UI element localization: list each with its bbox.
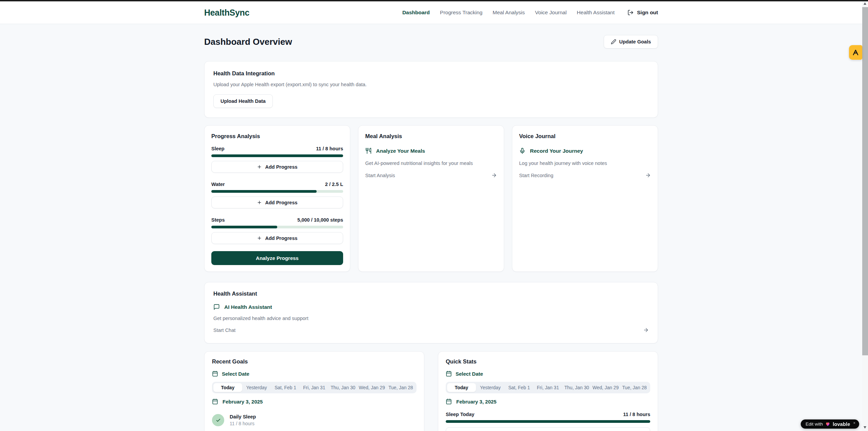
- lovable-badge[interactable]: Edit with lovable ×: [801, 419, 859, 429]
- upload-health-data-label: Upload Health Data: [220, 98, 266, 104]
- plus-icon: [257, 236, 262, 241]
- sleep-progress-bar: [211, 154, 343, 157]
- tab-wed-jan-29[interactable]: Wed, Jan 29: [357, 383, 386, 392]
- tab-thu-jan-30[interactable]: Thu, Jan 30: [562, 383, 591, 392]
- calendar-icon: [446, 371, 452, 377]
- goal-value: 11 / 8 hours: [230, 421, 256, 426]
- tab-yesterday[interactable]: Yesterday: [476, 383, 505, 392]
- water-progress-fill: [211, 190, 317, 193]
- quick-stats-title: Quick Stats: [446, 358, 650, 365]
- heart-icon: [825, 421, 830, 427]
- analyze-your-meals-link[interactable]: Analyze Your Meals: [365, 148, 497, 154]
- meal-analysis-title: Meal Analysis: [365, 133, 497, 139]
- nav-dashboard[interactable]: Dashboard: [402, 10, 430, 16]
- quick-stats-select-date[interactable]: Select Date: [446, 371, 650, 377]
- calendar-icon: [212, 398, 218, 405]
- tab-wed-jan-29[interactable]: Wed, Jan 29: [591, 383, 620, 392]
- add-progress-steps-button[interactable]: Add Progress: [211, 232, 343, 244]
- nav-meal-analysis[interactable]: Meal Analysis: [493, 10, 525, 16]
- chat-bubble-icon: [213, 304, 220, 310]
- health-assistant-card: Health Assistant AI Health Assistant Get…: [204, 282, 658, 343]
- tab-today[interactable]: Today: [213, 383, 242, 392]
- upload-health-data-button[interactable]: Upload Health Data: [213, 94, 273, 108]
- lovable-launcher-button[interactable]: [849, 45, 862, 60]
- ai-health-assistant-link[interactable]: AI Health Assistant: [213, 304, 649, 310]
- ai-health-assistant-label: AI Health Assistant: [224, 304, 272, 310]
- record-your-journey-label: Record Your Journey: [530, 148, 583, 154]
- tab-today[interactable]: Today: [447, 383, 476, 392]
- tab-fri-jan-31[interactable]: Fri, Jan 31: [533, 383, 562, 392]
- start-analysis-label: Start Analysis: [365, 173, 395, 178]
- plus-icon: [257, 164, 262, 169]
- page-title: Dashboard Overview: [204, 37, 292, 47]
- nav-voice-journal[interactable]: Voice Journal: [535, 10, 567, 16]
- start-chat-action[interactable]: Start Chat: [213, 327, 649, 333]
- plus-icon: [257, 200, 262, 205]
- lovable-launcher-icon: [852, 49, 859, 56]
- metric-steps: Steps 5,000 / 10,000 steps Add Progress: [211, 217, 343, 244]
- recent-goals-date-tabs: Today Yesterday Sat, Feb 1 Fri, Jan 31 T…: [212, 382, 417, 393]
- select-date-label: Select Date: [456, 371, 483, 377]
- analyze-progress-button[interactable]: Analyze Progress: [211, 251, 343, 265]
- nav-health-assistant[interactable]: Health Assistant: [577, 10, 615, 16]
- pencil-icon: [611, 39, 616, 44]
- integration-title: Health Data Integration: [213, 70, 649, 77]
- progress-analysis-title: Progress Analysis: [211, 133, 343, 139]
- add-progress-label: Add Progress: [265, 200, 297, 205]
- main-nav: Dashboard Progress Tracking Meal Analysi…: [402, 10, 658, 16]
- quick-stats-date-tabs: Today Yesterday Sat, Feb 1 Fri, Jan 31 T…: [446, 382, 650, 393]
- goal-item-daily-sleep: Daily Sleep 11 / 8 hours: [212, 414, 417, 426]
- recent-goals-title: Recent Goals: [212, 358, 417, 365]
- start-recording-action[interactable]: Start Recording: [519, 172, 651, 178]
- add-progress-label: Add Progress: [265, 164, 297, 170]
- nav-progress-tracking[interactable]: Progress Tracking: [440, 10, 482, 16]
- tab-tue-jan-28[interactable]: Tue, Jan 28: [386, 383, 415, 392]
- start-analysis-action[interactable]: Start Analysis: [365, 172, 497, 178]
- arrow-right-icon: [491, 172, 497, 178]
- quick-stats-add-progress-button[interactable]: Add Progress: [446, 427, 650, 431]
- calendar-icon: [446, 398, 452, 405]
- health-data-integration-card: Health Data Integration Upload your Appl…: [204, 61, 658, 118]
- log-out-icon: [627, 10, 634, 16]
- recent-goals-select-date[interactable]: Select Date: [212, 371, 417, 377]
- tab-thu-jan-30[interactable]: Thu, Jan 30: [329, 383, 357, 392]
- add-progress-water-button[interactable]: Add Progress: [211, 196, 343, 208]
- metric-sleep-label: Sleep: [211, 146, 225, 151]
- scrollbar-thumb[interactable]: [862, 7, 868, 355]
- tab-sat-feb-1[interactable]: Sat, Feb 1: [505, 383, 534, 392]
- utensils-icon: [365, 148, 372, 154]
- sleep-today-progress-fill: [446, 420, 650, 423]
- scrollbar-up-arrow[interactable]: [864, 2, 866, 5]
- quick-stats-selected-date[interactable]: February 3, 2025: [446, 398, 650, 405]
- badge-close-icon[interactable]: ×: [853, 421, 855, 425]
- metric-water: Water 2 / 2.5 L Add Progress: [211, 182, 343, 208]
- health-assistant-title: Health Assistant: [213, 291, 649, 297]
- sign-out-button[interactable]: Sign out: [627, 10, 658, 16]
- recent-goals-selected-date[interactable]: February 3, 2025: [212, 398, 417, 405]
- calendar-icon: [212, 371, 218, 377]
- add-progress-sleep-button[interactable]: Add Progress: [211, 161, 343, 173]
- tab-fri-jan-31[interactable]: Fri, Jan 31: [300, 383, 329, 392]
- metric-water-label: Water: [211, 182, 225, 187]
- analyze-progress-label: Analyze Progress: [256, 255, 299, 261]
- microphone-icon: [519, 148, 526, 154]
- voice-journal-card: Voice Journal Record Your Journey Log yo…: [512, 125, 658, 272]
- goal-name: Daily Sleep: [230, 414, 256, 419]
- scrollbar-down-arrow[interactable]: [864, 426, 866, 429]
- app-logo[interactable]: HealthSync: [204, 8, 249, 18]
- update-goals-button[interactable]: Update Goals: [604, 35, 658, 49]
- window-top-edge: [0, 0, 868, 1]
- metric-steps-label: Steps: [211, 217, 225, 223]
- tab-tue-jan-28[interactable]: Tue, Jan 28: [620, 383, 649, 392]
- sleep-today-value: 11 / 8 hours: [623, 412, 650, 417]
- start-chat-label: Start Chat: [213, 327, 235, 333]
- metric-steps-value: 5,000 / 10,000 steps: [297, 217, 343, 223]
- record-your-journey-link[interactable]: Record Your Journey: [519, 148, 651, 154]
- scrollbar[interactable]: [862, 0, 868, 431]
- metric-water-value: 2 / 2.5 L: [325, 182, 343, 187]
- update-goals-label: Update Goals: [619, 39, 651, 44]
- recent-goals-card: Recent Goals Select Date Today Yesterday…: [204, 351, 424, 431]
- tab-sat-feb-1[interactable]: Sat, Feb 1: [271, 383, 300, 392]
- tab-yesterday[interactable]: Yesterday: [242, 383, 271, 392]
- lovable-badge-prefix: Edit with: [805, 421, 823, 427]
